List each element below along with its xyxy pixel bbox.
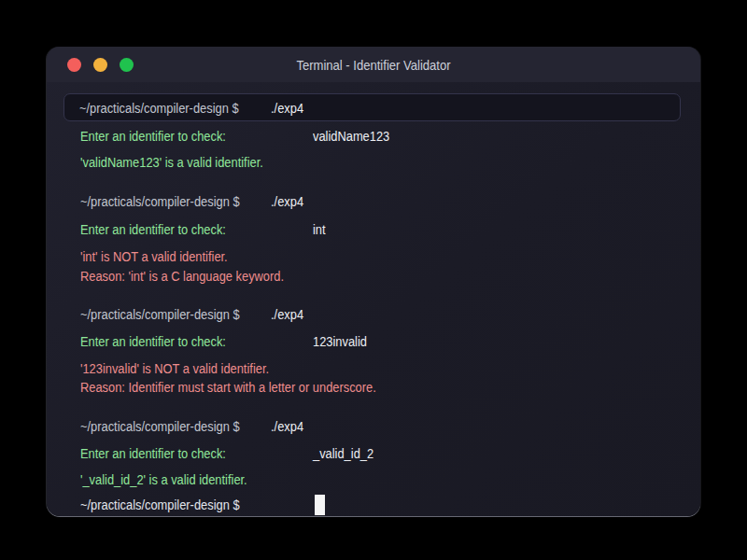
reason-text: Reason: Identifier must start with a let… [80,379,376,396]
result-line: '_valid_id_2' is a valid identifier. [47,471,700,488]
result-line: 'int' is NOT a valid identifier. [47,248,700,265]
prompt-text: ~/practicals/compiler-design $ [80,497,240,513]
result-text: '123invalid' is NOT a valid identifier. [80,360,269,377]
terminal-cursor [315,495,325,515]
reason-line: Reason: 'int' is a C language keyword. [47,268,700,285]
terminal-window: Terminal - Identifier Validator ~/practi… [47,47,700,516]
window-title: Terminal - Identifier Validator [79,47,668,84]
input-line: Enter an identifier to check: _valid_id_… [47,445,700,462]
input-label: Enter an identifier to check: [80,445,226,462]
input-label: Enter an identifier to check: [80,128,226,145]
result-text: '_valid_id_2' is a valid identifier. [80,471,247,488]
reason-line: Reason: Identifier must start with a let… [47,379,700,396]
input-line: Enter an identifier to check: 123invalid [47,333,700,350]
command-text: ./exp4 [271,306,303,323]
input-line: Enter an identifier to check: int [47,221,700,238]
result-text: 'validName123' is a valid identifier. [80,154,263,171]
input-value: _valid_id_2 [313,445,374,462]
command-box [63,93,681,121]
prompt-text: ~/practicals/compiler-design $ [80,193,240,210]
result-text: 'int' is NOT a valid identifier. [80,248,228,265]
desktop-background: Terminal - Identifier Validator ~/practi… [0,0,747,560]
prompt-text: ~/practicals/compiler-design $ [80,306,240,323]
command-text: ./exp4 [271,418,303,435]
input-value: validName123 [313,128,389,145]
prompt-line-current: ~/practicals/compiler-design $ [47,497,700,513]
input-line: Enter an identifier to check: validName1… [47,128,700,145]
command-text: ./exp4 [271,193,303,210]
input-label: Enter an identifier to check: [80,221,226,238]
prompt-line: ~/practicals/compiler-design $ ./exp4 [47,418,700,435]
prompt-line: ~/practicals/compiler-design $ ./exp4 [47,193,700,210]
prompt-text: ~/practicals/compiler-design $ [80,418,240,435]
reason-text: Reason: 'int' is a C language keyword. [80,268,284,285]
result-line: 'validName123' is a valid identifier. [47,154,700,171]
result-line: '123invalid' is NOT a valid identifier. [47,360,700,377]
input-label: Enter an identifier to check: [80,333,226,350]
titlebar[interactable]: Terminal - Identifier Validator [47,47,700,82]
input-value: 123invalid [313,333,367,350]
prompt-line: ~/practicals/compiler-design $ ./exp4 [47,306,700,323]
input-value: int [313,221,326,238]
